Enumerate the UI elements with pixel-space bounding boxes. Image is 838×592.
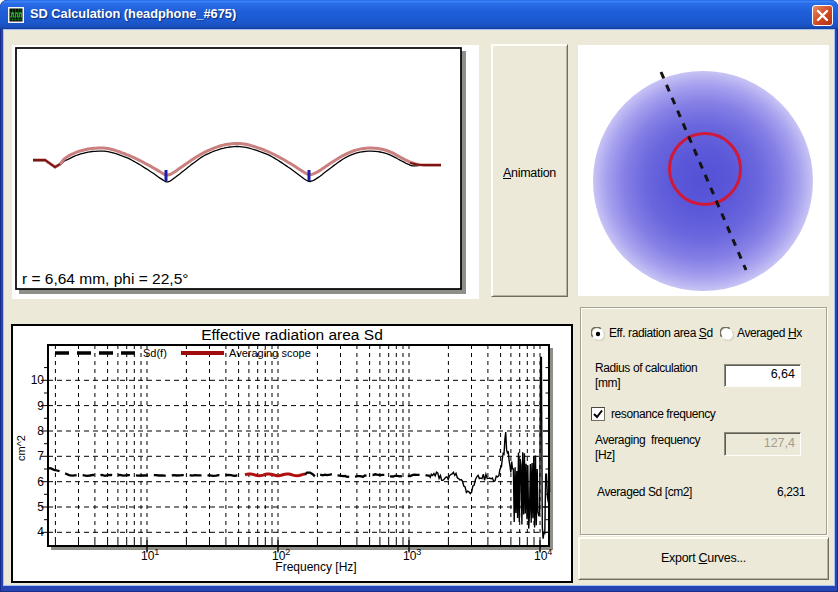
svg-text:6: 6 [37,475,44,489]
svg-text:8: 8 [37,424,44,438]
svg-text:Sd(f): Sd(f) [143,347,167,359]
svg-text:Effective radiation area Sd: Effective radiation area Sd [201,326,383,343]
svg-text:r = 6,64 mm, phi = 22,5°: r = 6,64 mm, phi = 22,5° [22,270,188,287]
svg-text:5: 5 [37,500,44,514]
svg-text:cm^2: cm^2 [15,435,27,461]
svg-text:4: 4 [37,525,44,539]
svg-text:9: 9 [37,399,44,413]
svg-text:Averaging scope: Averaging scope [229,347,311,359]
svg-text:10: 10 [31,373,45,387]
svg-text:7: 7 [37,449,44,463]
svg-text:Frequency [Hz]: Frequency [Hz] [275,560,356,574]
